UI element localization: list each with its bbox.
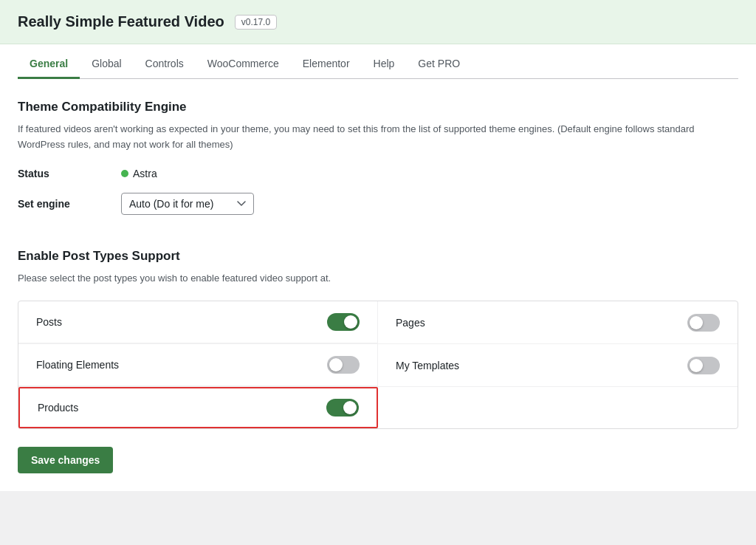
status-dot-icon	[121, 170, 128, 177]
tab-controls[interactable]: Controls	[134, 50, 196, 79]
status-text: Astra	[133, 168, 157, 179]
post-type-products-label: Products	[38, 402, 78, 414]
toggle-slider-pages	[687, 314, 720, 332]
toggle-slider-mytemplates	[687, 357, 720, 374]
header-banner: Really Simple Featured Video v0.17.0	[0, 0, 756, 44]
post-type-posts-toggle[interactable]	[327, 313, 360, 331]
post-type-floating-label: Floating Elements	[36, 359, 119, 371]
tab-help[interactable]: Help	[362, 50, 407, 79]
tab-woocommerce[interactable]: WooCommerce	[196, 50, 291, 79]
post-types-row-2: Floating Elements My Templates	[18, 343, 738, 386]
post-type-pages-label: Pages	[396, 317, 425, 329]
header-title: Really Simple Featured Video	[18, 13, 224, 30]
engine-label: Set engine	[18, 198, 121, 210]
status-row: Status Astra	[18, 168, 738, 179]
tab-general[interactable]: General	[18, 50, 80, 79]
content-area: General Global Controls WooCommerce Elem…	[0, 44, 756, 491]
post-type-mytemplates: My Templates	[378, 343, 738, 386]
post-type-products-highlighted: Products	[18, 387, 378, 428]
toggle-slider-products	[326, 399, 359, 417]
version-badge: v0.17.0	[235, 15, 277, 30]
save-button[interactable]: Save changes	[18, 447, 113, 473]
post-type-floating: Floating Elements	[18, 343, 378, 386]
page-wrapper: Really Simple Featured Video v0.17.0 Gen…	[0, 0, 756, 545]
theme-compat-section: Theme Compatibility Engine If featured v…	[18, 79, 738, 215]
post-type-pages: Pages	[378, 301, 738, 343]
post-type-pages-toggle[interactable]	[687, 314, 720, 332]
toggle-slider-floating	[327, 356, 360, 374]
post-type-floating-toggle[interactable]	[327, 356, 360, 374]
post-type-mytemplates-toggle[interactable]	[687, 357, 720, 374]
post-types-row-1: Posts Pages	[18, 301, 738, 343]
theme-compat-title: Theme Compatibility Engine	[18, 100, 738, 114]
engine-row: Set engine Auto (Do it for me) WordPress…	[18, 193, 738, 215]
post-type-mytemplates-label: My Templates	[396, 360, 459, 371]
tab-global[interactable]: Global	[80, 50, 133, 79]
engine-select[interactable]: Auto (Do it for me) WordPress Default Cu…	[121, 193, 254, 215]
toggle-slider-posts	[327, 313, 360, 331]
post-types-section: Enable Post Types Support Please select …	[18, 228, 738, 474]
tab-getpro[interactable]: Get PRO	[406, 50, 472, 79]
theme-compat-description: If featured videos aren't working as exp…	[18, 122, 738, 153]
post-type-posts: Posts	[18, 301, 378, 343]
post-types-box: Posts Pages	[18, 301, 738, 429]
post-types-description: Please select the post types you wish to…	[18, 271, 738, 287]
status-value: Astra	[121, 168, 157, 179]
tab-elementor[interactable]: Elementor	[291, 50, 362, 79]
post-type-products-toggle[interactable]	[326, 399, 359, 417]
post-types-row-3: Products	[18, 386, 738, 428]
status-label: Status	[18, 168, 121, 179]
post-type-posts-label: Posts	[36, 316, 62, 328]
post-types-title: Enable Post Types Support	[18, 249, 738, 264]
tabs-nav: General Global Controls WooCommerce Elem…	[18, 44, 738, 79]
